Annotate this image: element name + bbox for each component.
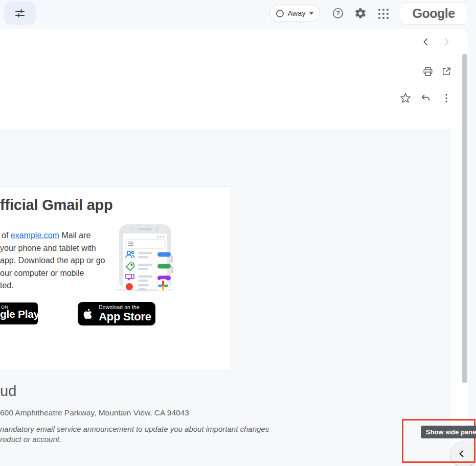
paragraph-line: our computer or mobile xyxy=(0,267,105,280)
caret-down-icon xyxy=(309,12,313,15)
help-icon: ? xyxy=(332,7,344,19)
quick-settings-button[interactable] xyxy=(4,2,36,25)
top-bar: Away ? Google xyxy=(0,0,476,27)
promo-paragraph: of example.com Mail are your phone and t… xyxy=(0,229,105,292)
email-footer-disclaimer: roduct or account. xyxy=(0,435,61,444)
more-vert-icon xyxy=(441,92,452,104)
google-logo: Google xyxy=(412,6,455,21)
show-side-panel-button[interactable] xyxy=(450,440,476,466)
app-store-badge-top-text: Download on the xyxy=(99,305,151,310)
paragraph-line: your phone and tablet with xyxy=(0,242,105,255)
email-footer-brand: ud xyxy=(0,383,16,399)
help-button[interactable]: ? xyxy=(331,7,345,20)
google-play-badge[interactable]: ON gle Play xyxy=(0,302,38,324)
google-logo-box: Google xyxy=(400,3,467,25)
app-store-badge[interactable]: Download on the App Store xyxy=(78,302,155,325)
apps-grid-icon xyxy=(378,9,389,19)
open-in-new-button[interactable] xyxy=(440,65,452,78)
svg-text:?: ? xyxy=(336,10,340,17)
apps-button[interactable] xyxy=(377,7,390,20)
show-side-panel-tooltip: Show side panel xyxy=(421,426,476,438)
status-label: Away xyxy=(287,9,305,17)
newer-message-button[interactable] xyxy=(420,36,432,48)
compose-fab-icon xyxy=(156,279,170,292)
chevron-right-icon xyxy=(441,37,451,47)
apple-icon xyxy=(82,307,94,321)
email-footer-disclaimer: nandatory email service announcement to … xyxy=(0,425,269,433)
more-options-button[interactable] xyxy=(440,92,452,104)
app-store-badge-text: Download on the App Store xyxy=(99,305,151,322)
google-play-badge-main-text: gle Play xyxy=(0,308,38,320)
paragraph-line: ted. xyxy=(0,279,105,292)
chevron-left-icon xyxy=(458,449,467,458)
settings-button[interactable] xyxy=(354,7,367,20)
older-message-button[interactable] xyxy=(440,36,452,48)
printer-icon xyxy=(422,66,434,77)
scrollbar-thumb[interactable] xyxy=(462,54,467,383)
status-dropdown[interactable]: Away xyxy=(269,5,320,22)
gmail-app: { "header": { "away_label": "Away", "goo… xyxy=(0,0,476,466)
paragraph-text: Mail are xyxy=(59,231,90,240)
presence-circle-icon xyxy=(276,10,284,17)
reply-button[interactable] xyxy=(420,92,432,104)
email-footer-address: 600 Amphitheatre Parkway, Mountain View,… xyxy=(0,408,189,417)
paragraph-line: app. Download the app or go xyxy=(0,254,105,267)
reply-icon xyxy=(420,92,432,104)
app-store-badge-main-text: App Store xyxy=(99,311,151,322)
example-link[interactable]: example.com xyxy=(11,231,59,240)
phone-illustration xyxy=(112,224,180,292)
promo-heading: fficial Gmail app xyxy=(0,196,113,214)
print-button[interactable] xyxy=(422,65,434,78)
paragraph-text: of xyxy=(2,231,11,240)
tune-icon xyxy=(14,7,26,19)
gear-icon xyxy=(354,7,367,19)
paragraph-line: of example.com Mail are xyxy=(0,229,105,242)
star-icon xyxy=(400,92,411,104)
red-dot-icon xyxy=(126,283,133,290)
chevron-left-icon xyxy=(421,37,431,47)
star-button[interactable] xyxy=(399,92,412,104)
open-in-new-icon xyxy=(441,66,451,77)
